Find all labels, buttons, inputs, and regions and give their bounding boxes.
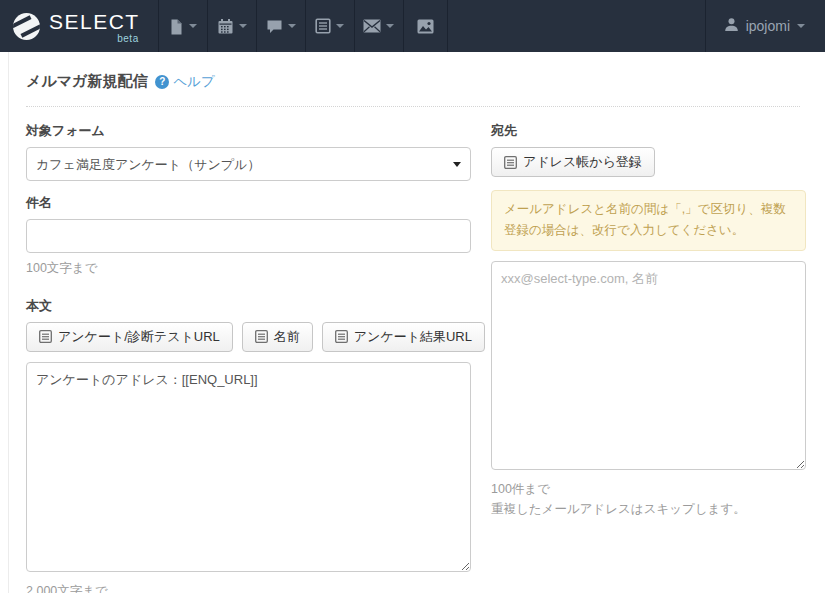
subject-input[interactable] bbox=[26, 219, 471, 253]
chevron-down-icon bbox=[386, 24, 394, 28]
target-form-label: 対象フォーム bbox=[26, 122, 471, 140]
chevron-down-icon bbox=[797, 24, 805, 28]
comment-icon bbox=[266, 18, 283, 34]
button-label: アドレス帳から登録 bbox=[523, 153, 642, 171]
image-icon bbox=[417, 19, 434, 34]
calendar-icon bbox=[217, 18, 234, 35]
chevron-down-icon bbox=[336, 24, 344, 28]
user-name: ipojomi bbox=[746, 18, 790, 34]
page-title: メルマガ新規配信 bbox=[26, 72, 147, 91]
file-icon bbox=[168, 18, 184, 35]
body-textarea[interactable]: アンケートのアドレス：[[ENQ_URL]] bbox=[26, 362, 471, 572]
page-header: メルマガ新規配信 ? ヘルプ bbox=[26, 52, 825, 91]
nav-menu-images[interactable] bbox=[404, 0, 448, 52]
section-divider bbox=[26, 106, 800, 107]
recipients-textarea[interactable] bbox=[491, 261, 806, 470]
nav-menu-documents[interactable] bbox=[159, 0, 208, 52]
insert-token-buttons: アンケート/診断テストURL bbox=[26, 322, 471, 352]
mail-icon bbox=[363, 19, 381, 33]
chevron-down-icon bbox=[288, 24, 296, 28]
button-label: アンケート結果URL bbox=[354, 328, 472, 346]
subject-label: 件名 bbox=[26, 194, 471, 212]
top-navbar: SELECT beta bbox=[0, 0, 825, 52]
recipients-column: 宛先 アドレス帳から登録 メールアドレスと名前の間は「,」で区切り、複数登録の場… bbox=[491, 122, 806, 593]
recipients-label: 宛先 bbox=[491, 122, 806, 140]
target-form-select-wrap: カフェ満足度アンケート（サンプル） bbox=[26, 147, 471, 181]
button-label: アンケート/診断テストURL bbox=[58, 328, 220, 346]
user-menu[interactable]: ipojomi bbox=[705, 0, 825, 52]
brand-beta-badge: beta bbox=[117, 33, 138, 44]
nav-menu-calendar[interactable] bbox=[208, 0, 257, 52]
select-logo-icon bbox=[13, 13, 40, 40]
question-circle-icon: ? bbox=[155, 75, 169, 89]
brand-text: SELECT beta bbox=[49, 11, 140, 41]
list-alt-icon bbox=[255, 330, 268, 343]
insert-result-url-button[interactable]: アンケート結果URL bbox=[322, 322, 485, 352]
recipients-hint-dup: 重複したメールアドレスはスキップします。 bbox=[491, 500, 806, 519]
target-form-select[interactable]: カフェ満足度アンケート（サンプル） bbox=[26, 147, 471, 181]
chevron-down-icon bbox=[239, 24, 247, 28]
insert-name-button[interactable]: 名前 bbox=[242, 322, 313, 352]
list-alt-icon bbox=[39, 330, 52, 343]
list-alt-icon bbox=[335, 330, 348, 343]
chevron-down-icon bbox=[189, 24, 197, 28]
subject-block: 件名 100文字まで bbox=[26, 194, 471, 278]
help-link-label: ヘルプ bbox=[173, 73, 214, 91]
body-label: 本文 bbox=[26, 297, 471, 315]
list-alt-icon bbox=[504, 156, 517, 169]
insert-survey-url-button[interactable]: アンケート/診断テストURL bbox=[26, 322, 233, 352]
list-icon bbox=[315, 18, 331, 34]
nav-menu-comments[interactable] bbox=[257, 0, 306, 52]
message-column: 対象フォーム カフェ満足度アンケート（サンプル） 件名 100文字まで 本文 bbox=[26, 122, 471, 593]
register-from-addressbook-button[interactable]: アドレス帳から登録 bbox=[491, 147, 655, 177]
recipients-hint-count: 100件まで bbox=[491, 480, 806, 499]
form-columns: 対象フォーム カフェ満足度アンケート（サンプル） 件名 100文字まで 本文 bbox=[26, 122, 825, 593]
recipients-notice: メールアドレスと名前の間は「,」で区切り、複数登録の場合は、改行で入力してくださ… bbox=[491, 190, 806, 251]
body-block: 本文 ア bbox=[26, 297, 471, 593]
subject-hint: 100文字まで bbox=[26, 259, 471, 278]
brand-logo[interactable]: SELECT beta bbox=[0, 0, 159, 52]
nav-menu-mail[interactable] bbox=[355, 0, 404, 52]
nav-menu-lists[interactable] bbox=[306, 0, 355, 52]
brand-name: SELECT bbox=[49, 10, 140, 33]
body-hint: 2,000文字まで bbox=[26, 582, 471, 593]
person-icon bbox=[724, 17, 739, 36]
help-link[interactable]: ? ヘルプ bbox=[155, 73, 214, 91]
main-content: メルマガ新規配信 ? ヘルプ 対象フォーム カフェ満足度アンケート（サンプル） … bbox=[8, 52, 825, 593]
button-label: 名前 bbox=[274, 328, 300, 346]
